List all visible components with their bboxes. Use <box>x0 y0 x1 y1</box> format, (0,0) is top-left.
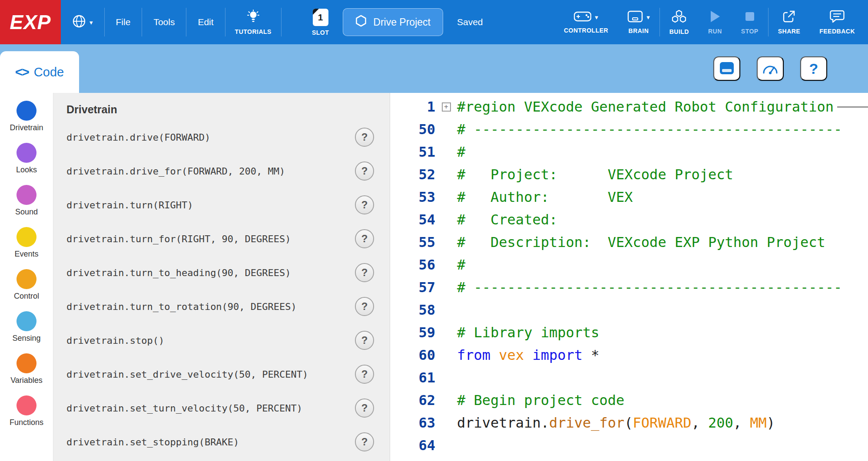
dashboard-button[interactable] <box>757 56 784 81</box>
sidebar-item-events[interactable]: Events <box>14 227 38 259</box>
line-number: 50 <box>390 121 435 138</box>
subbar: <> Code ? <box>0 44 868 93</box>
topbar-right: ▾ CONTROLLER ▾ BRAIN BUILD <box>554 0 868 44</box>
stop-label: STOP <box>741 28 759 35</box>
sidebar-item-variables[interactable]: Variables <box>10 353 43 385</box>
command-row: drivetrain.drive_for(FORWARD, 200, MM)? <box>66 154 390 188</box>
command-text[interactable]: drivetrain.drive_for(FORWARD, 200, MM) <box>66 166 355 177</box>
menu-item-file[interactable]: File <box>105 0 142 44</box>
feedback-button[interactable]: FEEDBACK <box>810 0 865 44</box>
code-editor[interactable]: 1+#region VEXcode Generated Robot Config… <box>390 93 868 461</box>
slot-selector[interactable]: 1 SLOT <box>309 9 331 36</box>
line-number: 62 <box>390 392 435 408</box>
code-line: 62# Begin project code <box>390 389 868 412</box>
project-name-button[interactable]: Drive Project <box>343 8 443 36</box>
code-line: 63drivetrain.drive_for(FORWARD, 200, MM) <box>390 412 868 434</box>
sidebar-item-functions[interactable]: Functions <box>10 395 43 427</box>
command-help-button[interactable]: ? <box>355 331 374 350</box>
line-number: 56 <box>390 257 435 273</box>
sidebar-item-drivetrain[interactable]: Drivetrain <box>10 101 43 132</box>
brain-label: BRAIN <box>629 27 649 34</box>
brain-button[interactable]: ▾ BRAIN <box>618 0 659 44</box>
console-button[interactable] <box>713 56 740 81</box>
code-content: # Author: VEX <box>457 189 868 205</box>
run-label: RUN <box>708 28 722 35</box>
command-help-button[interactable]: ? <box>355 297 374 316</box>
line-number: 54 <box>390 211 435 228</box>
command-text[interactable]: drivetrain.set_turn_velocity(50, PERCENT… <box>66 403 355 414</box>
code-content: # Library imports <box>457 324 868 341</box>
build-hex-icon <box>671 10 687 25</box>
command-row: drivetrain.set_turn_velocity(50, PERCENT… <box>66 391 390 425</box>
code-line: 64 <box>390 434 868 457</box>
category-label: Sensing <box>12 334 40 343</box>
line-number: 63 <box>390 415 435 431</box>
tutorials-button[interactable]: TUTORIALS <box>225 0 281 44</box>
sidebar-item-sound[interactable]: Sound <box>15 185 38 217</box>
fold-expand-icon[interactable]: + <box>442 102 451 112</box>
menu-item-edit[interactable]: Edit <box>186 0 225 44</box>
code-brackets-icon: <> <box>15 65 29 79</box>
language-menu[interactable]: ▾ <box>61 0 104 44</box>
command-help-button[interactable]: ? <box>355 365 374 384</box>
line-number: 55 <box>390 234 435 250</box>
command-text[interactable]: drivetrain.turn_to_heading(90, DEGREES) <box>66 267 355 278</box>
command-help-button[interactable]: ? <box>355 128 374 147</box>
code-content: # Created: <box>457 211 868 228</box>
command-row: drivetrain.set_stopping(BRAKE)? <box>66 425 390 459</box>
main-area: DrivetrainLooksSoundEventsControlSensing… <box>0 93 868 461</box>
command-help-button[interactable]: ? <box>355 229 374 248</box>
line-number: 1 <box>390 99 435 115</box>
control-category-icon <box>17 269 36 289</box>
command-help-button[interactable]: ? <box>355 263 374 282</box>
tab-code[interactable]: <> Code <box>0 51 79 93</box>
sidebar-item-control[interactable]: Control <box>14 269 39 301</box>
code-content: # Description: VEXcode EXP Python Projec… <box>457 234 868 250</box>
command-text[interactable]: drivetrain.turn(RIGHT) <box>66 200 355 211</box>
hexagon-icon <box>355 15 367 30</box>
vexcode-app: EXP ▾ File Tools Edit TUTORIALS <box>0 0 868 461</box>
share-button[interactable]: SHARE <box>769 0 810 44</box>
line-number: 57 <box>390 279 435 296</box>
command-text[interactable]: drivetrain.set_drive_velocity(50, PERCEN… <box>66 369 355 380</box>
help-button[interactable]: ? <box>800 56 827 81</box>
code-content: # Begin project code <box>457 392 868 408</box>
line-number: 52 <box>390 166 435 183</box>
code-line: 51# <box>390 141 868 163</box>
code-content: # Project: VEXcode Project <box>457 166 868 183</box>
command-text[interactable]: drivetrain.stop() <box>66 335 355 346</box>
command-help-button[interactable]: ? <box>355 195 374 214</box>
command-text[interactable]: drivetrain.set_stopping(BRAKE) <box>66 437 355 448</box>
command-text[interactable]: drivetrain.turn_to_rotation(90, DEGREES) <box>66 301 355 312</box>
code-content: from vex import * <box>457 347 868 363</box>
build-label: BUILD <box>669 28 689 35</box>
code-line: 58 <box>390 299 868 321</box>
sidebar-item-sensing[interactable]: Sensing <box>12 311 40 343</box>
category-label: Functions <box>10 418 43 427</box>
command-help-button[interactable]: ? <box>355 432 374 451</box>
command-text[interactable]: drivetrain.turn_for(RIGHT, 90, DEGREES) <box>66 234 355 244</box>
run-button[interactable]: RUN <box>699 0 732 44</box>
command-text[interactable]: drivetrain.drive(FORWARD) <box>66 132 355 143</box>
line-number: 59 <box>390 324 435 341</box>
code-line: 50# ------------------------------------… <box>390 118 868 141</box>
subbar-buttons: ? <box>713 56 827 81</box>
command-help-button[interactable]: ? <box>355 161 374 181</box>
build-button[interactable]: BUILD <box>660 0 699 44</box>
controller-button[interactable]: ▾ CONTROLLER <box>554 0 618 44</box>
line-number: 58 <box>390 302 435 318</box>
command-row: drivetrain.stop()? <box>66 323 390 357</box>
command-help-button[interactable]: ? <box>355 398 374 418</box>
stop-button[interactable]: STOP <box>732 0 768 44</box>
code-line: 56# <box>390 254 868 276</box>
menu-item-tools[interactable]: Tools <box>142 0 186 44</box>
command-row: drivetrain.turn(RIGHT)? <box>66 188 390 222</box>
gauge-icon <box>762 62 779 76</box>
functions-category-icon <box>17 395 36 415</box>
looks-category-icon <box>17 143 36 163</box>
sidebar-item-looks[interactable]: Looks <box>16 143 37 175</box>
events-category-icon <box>17 227 36 247</box>
code-content: # --------------------------------------… <box>457 279 868 296</box>
code-line: 55# Description: VEXcode EXP Python Proj… <box>390 231 868 254</box>
feedback-bubble-icon <box>830 10 845 25</box>
